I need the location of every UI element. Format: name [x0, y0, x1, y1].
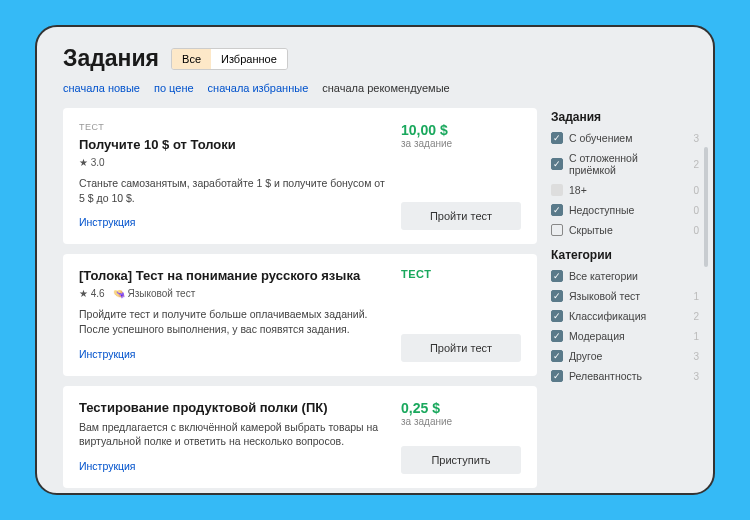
checkbox-icon[interactable] [551, 370, 563, 382]
task-price-label: за задание [401, 138, 521, 149]
sidebar-section-title: Категории [551, 248, 699, 262]
tabs: Все Избранное [171, 48, 288, 70]
checkbox-icon[interactable] [551, 330, 563, 342]
checkbox-icon[interactable] [551, 204, 563, 216]
filter-delayed[interactable]: С отложенной приёмкой2 [551, 152, 699, 176]
checkbox-icon[interactable] [551, 350, 563, 362]
task-meta: ★ 4.6👒 Языковой тест [79, 288, 387, 299]
task-desc: Пройдите тест и получите больше оплачива… [79, 307, 387, 336]
filter-unavailable[interactable]: Недоступные0 [551, 204, 699, 216]
start-test-button[interactable]: Пройти тест [401, 334, 521, 362]
filter-classification[interactable]: Классификация2 [551, 310, 699, 322]
filter-all-categories[interactable]: Все категории [551, 270, 699, 282]
sidebar: Задания С обучением3 С отложенной приёмк… [551, 108, 703, 488]
tab-favorites[interactable]: Избранное [211, 49, 287, 69]
sort-recommended[interactable]: сначала рекомендуемые [322, 82, 449, 94]
age-badge-icon [551, 184, 563, 196]
task-test-badge: ТЕСТ [401, 268, 521, 280]
task-card: Тестирование продуктовой полки (ПК) Вам … [63, 386, 537, 488]
task-price-label: за задание [401, 416, 521, 427]
checkbox-icon[interactable] [551, 158, 563, 170]
filter-language-test[interactable]: Языковой тест1 [551, 290, 699, 302]
task-list: ТЕСТ Получите 10 $ от Толоки ★ 3.0 Стань… [63, 108, 537, 488]
task-badge: ТЕСТ [79, 122, 387, 132]
sidebar-section-title: Задания [551, 110, 699, 124]
checkbox-icon[interactable] [551, 310, 563, 322]
sort-new[interactable]: сначала новые [63, 82, 140, 94]
task-meta: ★ 3.0 [79, 157, 387, 168]
start-test-button[interactable]: Пройти тест [401, 202, 521, 230]
sort-bar: сначала новые по цене сначала избранные … [63, 82, 703, 94]
instruction-link[interactable]: Инструкция [79, 460, 136, 472]
filter-18plus[interactable]: 18+0 [551, 184, 699, 196]
task-price: 0,25 $ [401, 400, 521, 416]
start-button[interactable]: Приступить [401, 446, 521, 474]
page-title: Задания [63, 45, 159, 72]
checkbox-icon[interactable] [551, 270, 563, 282]
checkbox-icon[interactable] [551, 290, 563, 302]
tab-all[interactable]: Все [172, 49, 211, 69]
checkbox-icon[interactable] [551, 132, 563, 144]
task-title[interactable]: [Толока] Тест на понимание русского язык… [79, 268, 387, 283]
filter-relevance[interactable]: Релевантность3 [551, 370, 699, 382]
task-card: ТЕСТ Получите 10 $ от Толоки ★ 3.0 Стань… [63, 108, 537, 244]
instruction-link[interactable]: Инструкция [79, 348, 136, 360]
filter-training[interactable]: С обучением3 [551, 132, 699, 144]
filter-moderation[interactable]: Модерация1 [551, 330, 699, 342]
task-desc: Вам предлагается с включённой камерой вы… [79, 420, 387, 449]
task-price: 10,00 $ [401, 122, 521, 138]
filter-other[interactable]: Другое3 [551, 350, 699, 362]
checkbox-icon[interactable] [551, 224, 563, 236]
task-card: [Толока] Тест на понимание русского язык… [63, 254, 537, 375]
task-title[interactable]: Получите 10 $ от Толоки [79, 137, 387, 152]
task-title[interactable]: Тестирование продуктовой полки (ПК) [79, 400, 387, 415]
scrollbar[interactable] [704, 147, 708, 267]
task-desc: Станьте самозанятым, заработайте 1 $ и п… [79, 176, 387, 205]
sort-favorites[interactable]: сначала избранные [208, 82, 309, 94]
sort-price[interactable]: по цене [154, 82, 194, 94]
filter-hidden[interactable]: Скрытые0 [551, 224, 699, 236]
instruction-link[interactable]: Инструкция [79, 216, 136, 228]
